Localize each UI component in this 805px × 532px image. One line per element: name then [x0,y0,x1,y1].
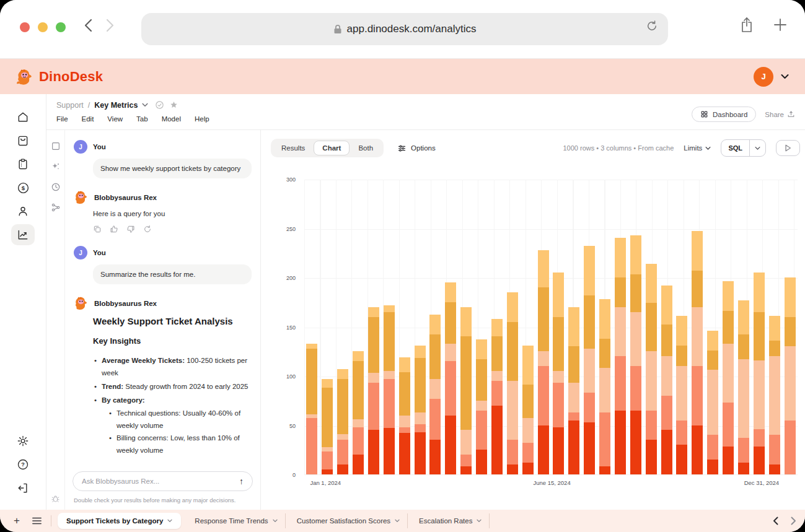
forward-button[interactable] [106,19,114,32]
logout-icon[interactable] [11,477,35,499]
menu-model[interactable]: Model [162,115,181,123]
stacked-bar[interactable] [522,346,534,474]
options-button[interactable]: Options [397,144,436,153]
browser-share-icon[interactable] [739,16,754,33]
stacked-bar[interactable] [476,339,487,474]
stacked-bar[interactable] [429,315,441,474]
reload-icon[interactable] [646,20,658,32]
share-button[interactable]: Share [765,110,795,118]
user-avatar[interactable]: J [754,67,773,87]
plot-area[interactable] [304,180,798,475]
query-tab-response-time[interactable]: Response Time Trends [187,513,285,528]
zoom-window-button[interactable] [56,22,66,32]
chat-input[interactable] [82,477,239,485]
stacked-bar[interactable] [553,273,564,474]
view-tab-chart[interactable]: Chart [314,141,350,155]
new-tab-icon[interactable] [773,17,788,32]
stacked-bar[interactable] [507,292,518,474]
stacked-bar[interactable] [538,250,549,474]
stacked-bar[interactable] [306,344,317,474]
stacked-bar[interactable] [353,351,364,474]
url-bar[interactable]: app.dinodesk.com/analytics [141,13,668,45]
back-button[interactable] [84,19,92,32]
query-tab-escalation[interactable]: Escalation Rates [411,513,490,528]
sidebar-item-home[interactable] [11,107,35,128]
stacked-bar[interactable] [630,235,641,474]
menu-tab[interactable]: Tab [136,115,148,123]
sql-label[interactable]: SQL [721,140,749,156]
view-tab-both[interactable]: Both [350,141,382,155]
stacked-bar[interactable] [692,231,703,474]
stacked-bar[interactable] [723,281,734,474]
branch-graph-icon[interactable] [51,203,61,212]
send-button[interactable]: ↑ [239,477,244,486]
stacked-bar[interactable] [399,357,410,474]
menu-edit[interactable]: Edit [82,115,94,123]
stacked-bar[interactable] [415,346,426,474]
bar-segment-red [723,447,734,474]
stacked-bar[interactable] [584,246,595,474]
add-tab-button[interactable]: + [9,515,25,527]
y-tick-label: 50 [289,423,296,429]
sql-split-button[interactable]: SQL [721,139,766,157]
run-query-button[interactable] [776,140,800,156]
sidebar-item-billing[interactable]: $ [11,177,35,198]
thumbs-down-icon[interactable] [126,225,135,233]
chat-messages[interactable]: J You Show me weekly support tickets by … [65,130,260,466]
stacked-bar[interactable] [738,300,749,474]
stacked-bar[interactable] [754,273,765,474]
stacked-bar[interactable] [646,264,657,474]
minimize-window-button[interactable] [38,22,48,32]
sql-chevron-down-icon[interactable] [749,140,765,156]
stacked-bar[interactable] [707,331,718,474]
stacked-bar[interactable] [785,277,796,474]
bug-report-icon[interactable] [51,494,60,504]
menu-view[interactable]: View [107,115,123,123]
stacked-bar[interactable] [769,316,780,474]
tab-list-menu-icon[interactable] [29,517,45,525]
help-icon[interactable]: ? [11,454,35,475]
stacked-bar[interactable] [322,379,333,474]
regenerate-icon[interactable] [143,225,152,233]
favorite-star-icon[interactable] [169,100,178,110]
tabs-scroll-right-icon[interactable] [791,517,796,525]
stacked-bar[interactable] [615,238,626,474]
stacked-bar[interactable] [491,319,503,474]
sub-bullet-technical: Technical questions: Usually 40-60% of w… [108,407,252,432]
stacked-bar[interactable] [460,307,472,474]
notebook-panel-icon[interactable] [51,141,61,151]
bar-segment-peach [769,356,780,435]
sidebar-item-customers[interactable] [11,201,35,222]
account-chevron-down-icon[interactable] [781,74,789,79]
stacked-bar[interactable] [661,286,672,474]
stacked-bar[interactable] [337,369,348,474]
menu-file[interactable]: File [56,115,68,123]
menu-help[interactable]: Help [195,115,209,123]
close-window-button[interactable] [20,22,30,32]
query-tab-satisfaction[interactable]: Customer Satisfaction Scores [289,513,408,528]
tabs-scroll-left-icon[interactable] [773,517,778,525]
thumbs-up-icon[interactable] [110,225,118,233]
brand[interactable]: DinoDesk [16,68,103,86]
stacked-bar[interactable] [368,307,379,474]
limits-dropdown[interactable]: Limits [684,144,711,152]
stacked-bar[interactable] [384,305,395,474]
stacked-bar[interactable] [599,299,610,474]
copy-icon[interactable] [93,225,102,233]
sidebar-item-analytics[interactable] [11,224,35,245]
stacked-bar[interactable] [445,282,456,474]
query-tab-support-tickets[interactable]: Support Tickets by Category [58,513,181,529]
breadcrumb-parent[interactable]: Support [56,101,84,110]
dashboard-button[interactable]: Dashboard [692,107,756,122]
stacked-bar[interactable] [676,316,687,474]
sparkles-ai-icon[interactable] [51,162,61,172]
view-tab-results[interactable]: Results [273,141,314,155]
settings-gear-icon[interactable] [11,430,35,451]
stacked-bar[interactable] [568,307,579,474]
history-clock-icon[interactable] [51,182,61,192]
chat-input-container[interactable]: ↑ [73,471,253,491]
sidebar-item-orders[interactable] [11,130,35,151]
breadcrumb-current[interactable]: Key Metrics [94,101,138,110]
sidebar-item-tasks[interactable] [11,154,35,175]
title-chevron-down-icon[interactable] [142,103,148,107]
